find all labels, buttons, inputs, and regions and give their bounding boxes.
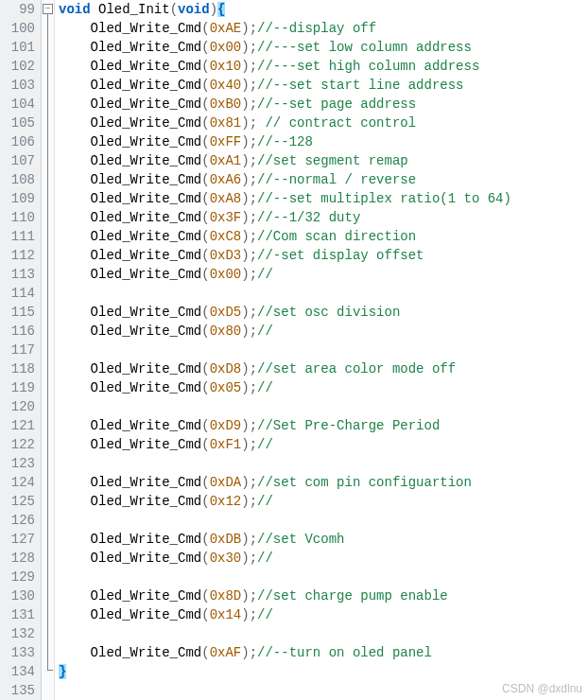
comment: //--turn on oled panel xyxy=(257,645,432,660)
paren-open: ( xyxy=(201,96,209,112)
call-name: Oled_Write_Cmd xyxy=(91,324,202,339)
paren-close: ) xyxy=(241,172,249,187)
paren-open: ( xyxy=(201,588,209,604)
paren-open: ( xyxy=(201,134,209,149)
call-name: Oled_Write_Cmd xyxy=(91,229,202,244)
semicolon: ; xyxy=(250,588,257,604)
semicolon: ; xyxy=(250,115,257,131)
line-number: 118 xyxy=(0,359,41,378)
paren-close: ) xyxy=(241,588,249,604)
paren-open: ( xyxy=(201,532,209,547)
code-line xyxy=(59,284,588,303)
comment: //set area color mode off xyxy=(257,361,456,376)
semicolon: ; xyxy=(250,551,257,566)
semicolon: ; xyxy=(250,248,257,263)
line-number: 119 xyxy=(0,378,41,397)
comment: //set segment remap xyxy=(257,153,408,168)
paren-close: ) xyxy=(241,475,249,490)
comment: //--1/32 duty xyxy=(257,210,360,225)
paren-close: ) xyxy=(241,21,249,36)
semicolon: ; xyxy=(250,380,257,395)
paren-close: ) xyxy=(241,115,249,131)
hex-literal: 0x10 xyxy=(210,59,242,74)
paren-open: ( xyxy=(201,229,209,244)
paren-close: ) xyxy=(241,134,249,149)
comment: // xyxy=(257,607,273,622)
call-name: Oled_Write_Cmd xyxy=(91,40,202,55)
hex-literal: 0xB0 xyxy=(210,96,242,112)
hex-literal: 0xD5 xyxy=(210,305,242,320)
call-name: Oled_Write_Cmd xyxy=(91,115,202,131)
semicolon: ; xyxy=(250,645,257,660)
line-number: 123 xyxy=(0,454,41,473)
code-line: Oled_Write_Cmd(0xA8);//--set multiplex r… xyxy=(59,189,588,208)
hex-literal: 0x3F xyxy=(210,210,242,225)
paren-close: ) xyxy=(241,229,249,244)
code-line: Oled_Write_Cmd(0xC8);//Com scan directio… xyxy=(59,227,588,246)
line-number: 125 xyxy=(0,492,41,511)
code-line: Oled_Write_Cmd(0xA1);//set segment remap xyxy=(59,151,588,170)
hex-literal: 0xDA xyxy=(210,475,242,490)
hex-literal: 0x12 xyxy=(210,494,242,509)
code-line: Oled_Write_Cmd(0xD9);//Set Pre-Charge Pe… xyxy=(59,416,588,435)
call-name: Oled_Write_Cmd xyxy=(91,153,202,168)
hex-literal: 0x00 xyxy=(210,267,242,282)
paren-close: ) xyxy=(241,532,249,547)
semicolon: ; xyxy=(250,607,257,622)
code-line xyxy=(59,568,588,586)
paren-open: ( xyxy=(201,172,209,187)
paren-close: ) xyxy=(241,607,249,622)
paren-close: ) xyxy=(241,437,249,452)
fold-column: − xyxy=(42,0,55,700)
fold-toggle[interactable]: − xyxy=(43,4,53,14)
call-name: Oled_Write_Cmd xyxy=(91,494,202,509)
line-number: 126 xyxy=(0,511,41,530)
paren-open: ( xyxy=(201,248,209,263)
close-brace: } xyxy=(59,664,66,679)
hex-literal: 0x05 xyxy=(210,380,242,395)
semicolon: ; xyxy=(250,21,257,36)
paren-close: ) xyxy=(241,494,249,509)
paren-open: ( xyxy=(201,267,209,282)
semicolon: ; xyxy=(250,475,257,490)
hex-literal: 0x00 xyxy=(210,40,242,55)
paren-open: ( xyxy=(201,59,209,74)
line-number: 122 xyxy=(0,435,41,454)
line-number: 130 xyxy=(0,586,41,605)
semicolon: ; xyxy=(250,96,257,112)
call-name: Oled_Write_Cmd xyxy=(91,305,202,320)
paren-close: ) xyxy=(241,210,249,225)
comment: //--display off xyxy=(257,21,376,36)
code-area[interactable]: void Oled_Init(void){ Oled_Write_Cmd(0xA… xyxy=(55,0,588,700)
code-line: Oled_Write_Cmd(0xFF);//--128 xyxy=(59,132,588,151)
line-number: 100 xyxy=(0,19,41,38)
semicolon: ; xyxy=(250,210,257,225)
keyword-void: void xyxy=(59,2,91,17)
line-number: 108 xyxy=(0,170,41,189)
paren-open: ( xyxy=(201,494,209,509)
paren-close: ) xyxy=(241,59,249,74)
comment: //set osc division xyxy=(257,305,400,320)
call-name: Oled_Write_Cmd xyxy=(91,437,202,452)
code-line: Oled_Write_Cmd(0xDB);//set Vcomh xyxy=(59,530,588,549)
hex-literal: 0xD9 xyxy=(210,418,242,433)
paren-open: ( xyxy=(201,21,209,36)
code-line: Oled_Write_Cmd(0x3F);//--1/32 duty xyxy=(59,208,588,227)
line-number: 129 xyxy=(0,568,41,586)
line-number: 124 xyxy=(0,473,41,492)
watermark: CSDN @dxdlnu xyxy=(502,679,582,698)
code-line: Oled_Write_Cmd(0xAF);//--turn on oled pa… xyxy=(59,643,588,662)
code-line: Oled_Write_Cmd(0x05);// xyxy=(59,378,588,397)
hex-literal: 0x40 xyxy=(210,78,242,93)
hex-literal: 0x80 xyxy=(210,324,242,339)
line-number: 105 xyxy=(0,114,41,132)
call-name: Oled_Write_Cmd xyxy=(91,21,202,36)
code-line: Oled_Write_Cmd(0xD8);//set area color mo… xyxy=(59,359,588,378)
code-line: Oled_Write_Cmd(0xD3);//-set display offs… xyxy=(59,246,588,265)
hex-literal: 0xA1 xyxy=(210,153,242,168)
code-line xyxy=(59,397,588,416)
line-number: 112 xyxy=(0,246,41,265)
code-line: Oled_Write_Cmd(0xB0);//--set page addres… xyxy=(59,95,588,114)
line-number: 111 xyxy=(0,227,41,246)
semicolon: ; xyxy=(250,172,257,187)
